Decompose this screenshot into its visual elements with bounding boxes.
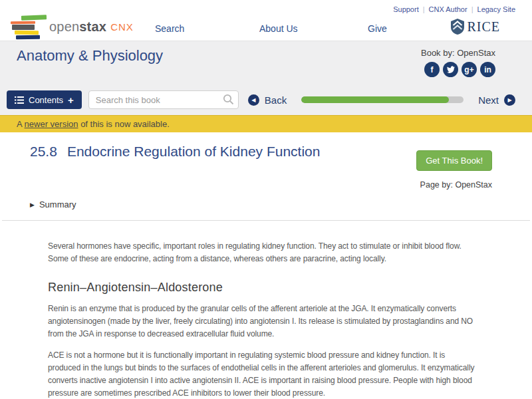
book-toolbar: Contents + ◀ Back Next ▶ [7, 90, 515, 109]
book-by-block: Book by: OpenStax f g+ in [421, 48, 495, 77]
section-title: Endocrine Regulation of Kidney Function [67, 144, 321, 159]
page-by-label: Page by: OpenStax [30, 180, 492, 190]
reading-progress-bar[interactable] [301, 96, 464, 103]
search-icon [223, 94, 234, 108]
back-arrow-icon[interactable]: ◀ [248, 94, 259, 106]
book-search [88, 90, 239, 109]
progress-fill [301, 96, 449, 103]
summary-toggle[interactable]: ▶ Summary [30, 200, 492, 209]
book-header: Anatomy & Physiology Book by: OpenStax f… [0, 41, 532, 115]
legacy-site-link[interactable]: Legacy Site [477, 5, 515, 13]
search-input[interactable] [88, 90, 239, 109]
main-content: 25.8Endocrine Regulation of Kidney Funct… [0, 144, 532, 399]
section-heading: Renin–Angiotensin–Aldosterone [48, 281, 477, 294]
book-by-label: Book by: OpenStax [421, 48, 495, 58]
collapse-arrow-icon: ▶ [30, 201, 35, 208]
linkedin-icon[interactable]: in [480, 62, 495, 77]
rice-shield-icon [451, 19, 464, 35]
cnx-author-link[interactable]: CNX Author [429, 5, 467, 13]
top-navigation: Support|CNX Author|Legacy Site openstax … [0, 0, 532, 41]
get-this-book-button[interactable]: Get This Book! [416, 150, 492, 171]
rice-label: RICE [467, 19, 500, 35]
next-arrow-icon[interactable]: ▶ [504, 94, 515, 106]
twitter-icon[interactable] [443, 62, 458, 77]
summary-label: Summary [39, 200, 76, 209]
divider: | [471, 5, 473, 13]
plus-icon: + [68, 94, 74, 106]
list-icon [15, 96, 24, 104]
section-number: 25.8 [30, 144, 57, 159]
newer-version-banner: A newer version of this is now available… [0, 115, 532, 132]
google-plus-icon[interactable]: g+ [462, 62, 477, 77]
logo-cnx-label: CNX [110, 21, 134, 33]
support-link[interactable]: Support [393, 5, 419, 13]
back-control[interactable]: ◀ Back [248, 94, 292, 106]
contents-button[interactable]: Contents + [7, 90, 82, 109]
nav-link-about-us[interactable]: About Us [259, 23, 298, 34]
nav-link-give[interactable]: Give [368, 23, 387, 34]
logo-wordmark: openstax [49, 19, 106, 35]
title-row: 25.8Endocrine Regulation of Kidney Funct… [30, 144, 492, 171]
nav-link-search[interactable]: Search [155, 23, 184, 34]
section-divider [2, 220, 530, 221]
facebook-icon[interactable]: f [424, 62, 440, 77]
newer-version-link[interactable]: newer version [25, 119, 78, 129]
next-label[interactable]: Next [478, 94, 499, 106]
article-body: Several hormones have specific, importan… [48, 240, 477, 399]
next-control[interactable]: Next ▶ [473, 94, 515, 106]
book-title: Anatomy & Physiology [17, 47, 163, 65]
intro-paragraph: Several hormones have specific, importan… [48, 240, 477, 265]
openstax-books-icon [7, 13, 44, 40]
divider: | [423, 5, 425, 13]
page-title: 25.8Endocrine Regulation of Kidney Funct… [30, 144, 320, 160]
paragraph: Renin is an enzyme that is produced by t… [48, 303, 477, 340]
back-label[interactable]: Back [265, 94, 287, 106]
paragraph: ACE is not a hormone but it is functiona… [48, 349, 477, 399]
rice-university-logo[interactable]: RICE [451, 19, 500, 35]
contents-label: Contents [29, 95, 63, 105]
page: Support|CNX Author|Legacy Site openstax … [0, 0, 532, 399]
openstax-cnx-logo[interactable]: openstax CNX [7, 13, 134, 40]
utility-links: Support|CNX Author|Legacy Site [393, 5, 515, 13]
social-icons: f g+ in [421, 62, 495, 77]
banner-text: A newer version of this is now available… [17, 119, 170, 129]
